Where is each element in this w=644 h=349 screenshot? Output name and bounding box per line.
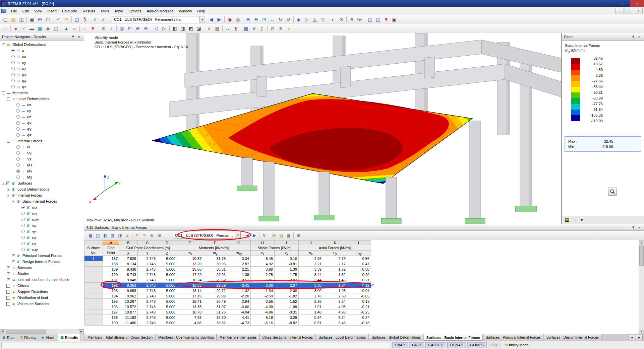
surface-no-cell[interactable]	[84, 277, 103, 283]
node-icon[interactable]: ●	[12, 25, 19, 32]
column-letter-E[interactable]: E	[177, 240, 203, 245]
data-cell[interactable]: 2.743	[138, 256, 157, 261]
pin-icon[interactable]	[631, 34, 636, 39]
data-cell[interactable]: -3.55	[251, 299, 275, 304]
data-cell[interactable]: -2.20	[227, 293, 251, 299]
data-cell[interactable]: 6.45	[323, 320, 347, 326]
show-tables-icon[interactable]: ▦	[242, 25, 250, 32]
data-cell[interactable]: 2.743	[138, 320, 157, 326]
menu-tools[interactable]: Tools	[98, 8, 112, 14]
tree-item[interactable]: ◧vx	[0, 222, 84, 228]
table-tab[interactable]: Surfaces - Local Deformations	[316, 334, 368, 340]
data-cell[interactable]: 29.62	[203, 277, 227, 283]
grid-corner-cell[interactable]	[84, 240, 103, 245]
data-cell[interactable]: 15.60	[177, 267, 203, 272]
zoom-rectangle-icon[interactable]: ⊡	[126, 25, 133, 32]
calculator-icon[interactable]: ⊞	[295, 232, 302, 239]
table-row[interactable]: 1908.7432.7435.00017.2929.911.382.75-1.7…	[84, 272, 371, 277]
table-tab[interactable]: Members - Coefficients for Buckling	[156, 334, 217, 340]
table-row[interactable]: 19911.4862.7435.0004.8833.82-4.73-5.16-8…	[84, 320, 371, 326]
surface-load-icon[interactable]: ▼	[89, 25, 97, 32]
radio-selected[interactable]	[11, 49, 15, 52]
table-tab[interactable]: Surfaces - Basic Internal Forces	[424, 334, 483, 341]
expand-icon[interactable]: +	[7, 266, 10, 269]
maximize-button[interactable]: □	[616, 0, 630, 7]
data-cell[interactable]: 10.78	[177, 309, 203, 315]
surface-no-cell[interactable]	[84, 309, 103, 315]
previous-result-icon[interactable]: ◀	[244, 232, 250, 239]
nav-tab-views[interactable]: ◉Views	[39, 334, 58, 341]
tree-item[interactable]: −▬Members	[0, 90, 84, 96]
data-cell[interactable]: -2.94	[227, 299, 251, 304]
data-cell[interactable]: 0.12	[347, 283, 371, 288]
data-cell[interactable]: -3.60	[227, 304, 251, 309]
view-in-y-icon[interactable]: △	[311, 16, 318, 23]
radio[interactable]	[11, 67, 15, 70]
tree-item[interactable]: ▲Support Reactions	[0, 289, 84, 295]
render-solid-icon[interactable]: ◧	[171, 25, 178, 32]
zoom-detail-button[interactable]	[608, 188, 617, 196]
data-cell[interactable]: 5.000	[157, 277, 177, 283]
data-cell[interactable]: -5.16	[251, 320, 275, 326]
data-cell[interactable]: 0.38	[347, 267, 371, 272]
tree-item[interactable]: −◧Basic Internal Forces	[0, 198, 84, 204]
tree-item[interactable]: ◳φy	[0, 78, 84, 84]
data-cell[interactable]: 5.000	[157, 288, 177, 293]
formula-icon[interactable]: ƒ	[258, 25, 266, 32]
menu-window[interactable]: Window	[176, 8, 194, 14]
checkbox[interactable]	[6, 296, 10, 300]
data-cell[interactable]: 199	[103, 320, 119, 326]
menu-insert[interactable]: Insert	[45, 8, 59, 14]
data-cell[interactable]: -0.41	[227, 283, 251, 288]
data-cell[interactable]: 17.19	[177, 293, 203, 299]
collapse-icon[interactable]: −	[7, 140, 10, 143]
zoom-in-icon[interactable]: ⊕	[244, 16, 252, 23]
data-cell[interactable]: 4.96	[323, 309, 347, 315]
data-cell[interactable]: -2.59	[251, 293, 275, 299]
data-cell[interactable]: 0.21	[347, 277, 371, 283]
pan-icon[interactable]: ↔	[269, 16, 276, 23]
data-cell[interactable]: -5.18	[251, 315, 275, 320]
data-cell[interactable]: -0.00	[251, 283, 275, 288]
data-cell[interactable]: 29.99	[203, 293, 227, 299]
data-cell[interactable]: 2.17	[323, 261, 347, 267]
tree-item[interactable]: ◳uy	[0, 60, 84, 66]
data-cell[interactable]: -0.18	[347, 320, 371, 326]
check-icon[interactable]: ✓	[100, 16, 107, 23]
table-vscrollbar[interactable]: ▲ ▼	[639, 240, 644, 334]
table-tab[interactable]: Surfaces - Global Deformations	[369, 334, 423, 340]
pin-icon[interactable]	[70, 34, 76, 39]
view-in-x-icon[interactable]: ▷	[303, 16, 310, 23]
collapse-icon[interactable]: −	[2, 91, 5, 94]
radio[interactable]	[16, 109, 20, 113]
surface-no-cell[interactable]	[84, 261, 103, 267]
data-cell[interactable]: 193	[103, 288, 119, 293]
surface-no-cell[interactable]	[84, 315, 103, 320]
table-view-icon[interactable]: ◧	[102, 232, 109, 239]
collapse-icon[interactable]: −	[2, 43, 5, 46]
radio[interactable]	[21, 218, 25, 221]
data-cell[interactable]: 0.94	[299, 315, 323, 320]
tree-item[interactable]: ↕MT	[0, 162, 84, 168]
checkbox-checked[interactable]: ✓	[6, 182, 10, 185]
result-filter-icon[interactable]: ∇	[261, 232, 268, 239]
data-cell[interactable]: 33.82	[203, 320, 227, 326]
data-cell[interactable]: 195	[103, 299, 119, 304]
next-load-case-icon[interactable]: ▶	[216, 16, 223, 23]
tree-item[interactable]: ◧nx	[0, 234, 84, 240]
data-cell[interactable]: 0.51	[227, 277, 251, 283]
data-cell[interactable]: 1.40	[299, 309, 323, 315]
data-cell[interactable]: 0.51	[299, 320, 323, 326]
data-cell[interactable]: 7.829	[119, 256, 138, 261]
tree-item[interactable]: ↕N	[0, 144, 84, 150]
zoom-minus-icon[interactable]: ⊖	[142, 25, 150, 32]
data-cell[interactable]: 18.53	[177, 283, 203, 288]
data-cell[interactable]: 3.34	[227, 256, 251, 261]
table-row[interactable]: 1929.3532.7435.00018.5329.59-0.41-0.00-2…	[84, 283, 371, 288]
radio[interactable]	[16, 103, 20, 107]
radio[interactable]	[21, 224, 25, 227]
data-cell[interactable]: 11.486	[119, 320, 138, 326]
data-cell[interactable]: 13.20	[177, 261, 203, 267]
data-cell[interactable]: 3.24	[323, 299, 347, 304]
status-toggle-cartes[interactable]: CARTES	[425, 342, 446, 348]
